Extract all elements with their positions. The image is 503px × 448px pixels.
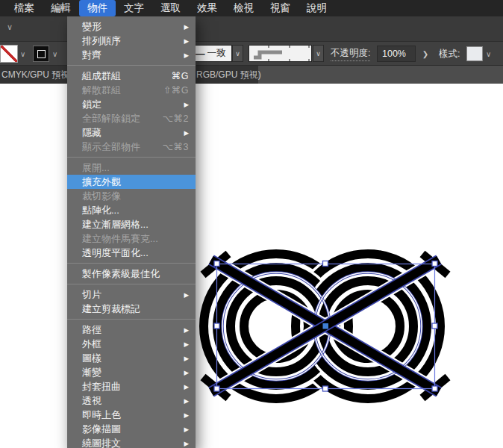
menu-item-label: 外框 bbox=[82, 337, 178, 351]
menu-item-label: 變形 bbox=[82, 20, 178, 34]
chevron-down-icon: ∨ bbox=[486, 50, 491, 58]
chevron-down-icon: ∨ bbox=[52, 50, 57, 58]
menu-item-label: 對齊 bbox=[82, 49, 178, 62]
brush-definition-select[interactable] bbox=[249, 45, 312, 62]
submenu-arrow-icon: ▶ bbox=[184, 340, 189, 348]
submenu-arrow-icon: ▶ bbox=[184, 369, 189, 376]
menu-item-label: 建立漸層網格... bbox=[82, 218, 189, 231]
menu-item-23[interactable]: 封套扭曲▶ bbox=[67, 379, 196, 393]
menu-item-12[interactable]: 點陣化... bbox=[67, 203, 196, 217]
menu-item-label: 建立物件馬賽克... bbox=[82, 232, 189, 246]
menu-item-label: 隱藏 bbox=[82, 126, 178, 140]
menu-item-shortcut: ⌘G bbox=[172, 70, 189, 81]
square-outline-icon bbox=[37, 50, 46, 58]
menu-separator bbox=[67, 319, 196, 320]
menu-item-22[interactable]: 漸變▶ bbox=[67, 365, 196, 379]
style-chevron[interactable]: ∨ bbox=[486, 42, 491, 66]
menubar-item-6[interactable]: 檢視 bbox=[225, 0, 262, 16]
chevron-down-icon: ∨ bbox=[235, 50, 240, 57]
menu-item-25[interactable]: 即時上色▶ bbox=[67, 408, 196, 422]
style-label: 樣式: bbox=[439, 48, 460, 60]
submenu-arrow-icon: ▶ bbox=[184, 440, 189, 447]
chevron-down-icon: ∨ bbox=[20, 50, 25, 58]
menubar-item-0[interactable]: 檔案 bbox=[6, 0, 43, 16]
menu-item-13[interactable]: 建立漸層網格... bbox=[67, 217, 196, 231]
opacity-input[interactable]: 100% bbox=[377, 46, 416, 62]
menubar-item-5[interactable]: 效果 bbox=[189, 0, 225, 16]
menu-item-shortcut: ⌥⌘2 bbox=[163, 113, 189, 124]
menu-item-0[interactable]: 變形▶ bbox=[67, 19, 196, 34]
menu-item-label: 透明度平面化... bbox=[82, 246, 189, 260]
menu-item-label: 漸變 bbox=[82, 366, 178, 379]
menu-item-label: 切片 bbox=[82, 288, 178, 302]
opacity-value: 100% bbox=[382, 49, 406, 59]
width-profile-select[interactable]: — 一致 bbox=[192, 45, 232, 62]
menu-item-label: 顯示全部物件 bbox=[82, 140, 163, 154]
menu-item-16[interactable]: 製作像素級最佳化 bbox=[67, 267, 196, 281]
menu-item-5[interactable]: 鎖定▶ bbox=[67, 97, 196, 111]
submenu-arrow-icon: ▶ bbox=[184, 426, 189, 433]
document-tab-left[interactable]: CMYK/GPU 預視) bbox=[1, 66, 72, 84]
submenu-arrow-icon: ▶ bbox=[184, 397, 189, 405]
opacity-control: 不透明度: bbox=[331, 42, 370, 66]
menubar-item-7[interactable]: 視窗 bbox=[262, 0, 299, 16]
menu-item-1[interactable]: 排列順序▶ bbox=[67, 34, 196, 48]
menu-item-9: 展開... bbox=[67, 161, 196, 175]
menu-item-shortcut: ⌥⌘3 bbox=[163, 141, 189, 152]
menu-item-10[interactable]: 擴充外觀 bbox=[67, 175, 196, 189]
submenu-arrow-icon: ▶ bbox=[184, 37, 189, 45]
menu-item-label: 透視 bbox=[82, 394, 178, 408]
menubar-item-4[interactable]: 選取 bbox=[152, 0, 189, 16]
opacity-stepper-button[interactable]: ❯ bbox=[420, 46, 431, 62]
style-swatch[interactable] bbox=[466, 46, 483, 61]
menubar-item-3[interactable]: 文字 bbox=[116, 0, 152, 16]
menu-item-label: 封套扭曲 bbox=[82, 380, 178, 393]
submenu-arrow-icon: ▶ bbox=[184, 129, 189, 137]
menu-item-label: 解散群組 bbox=[82, 84, 163, 97]
stroke-none-swatch[interactable] bbox=[0, 45, 18, 63]
menu-item-15[interactable]: 透明度平面化... bbox=[67, 246, 196, 260]
chevron-down-icon[interactable]: ∨ bbox=[7, 22, 13, 32]
opacity-label[interactable]: 不透明度: bbox=[331, 47, 370, 61]
menu-item-17[interactable]: 切片▶ bbox=[67, 287, 196, 302]
width-profile-chevron[interactable]: ∨ bbox=[232, 45, 243, 62]
menu-item-20[interactable]: 外框▶ bbox=[67, 337, 196, 351]
fill-black-swatch[interactable] bbox=[33, 46, 49, 62]
menu-item-21[interactable]: 圖樣▶ bbox=[67, 351, 196, 365]
menubar-item-2[interactable]: 物件 bbox=[79, 0, 116, 16]
submenu-arrow-icon: ▶ bbox=[184, 383, 189, 391]
menubar-item-8[interactable]: 說明 bbox=[299, 0, 335, 16]
menu-item-18[interactable]: 建立剪裁標記 bbox=[67, 302, 196, 316]
menubar: 檔案編輯物件文字選取效果檢視視窗說明 bbox=[0, 0, 503, 16]
submenu-arrow-icon: ▶ bbox=[184, 326, 189, 334]
menu-item-8: 顯示全部物件⌥⌘3 bbox=[67, 140, 196, 154]
submenu-arrow-icon: ▶ bbox=[184, 291, 189, 299]
menu-item-shortcut: ⇧⌘G bbox=[163, 84, 189, 96]
menu-item-label: 路徑 bbox=[82, 323, 178, 337]
menu-separator bbox=[67, 263, 196, 264]
tabbar-empty-area bbox=[258, 66, 503, 84]
menu-item-14: 建立物件馬賽克... bbox=[67, 231, 196, 246]
menu-item-24[interactable]: 透視▶ bbox=[67, 393, 196, 408]
menu-item-19[interactable]: 路徑▶ bbox=[67, 323, 196, 337]
document-tab-right[interactable]: RGB/GPU 預視) bbox=[196, 66, 261, 84]
menu-item-label: 組成群組 bbox=[82, 69, 172, 83]
fill-swatch-chevron[interactable]: ∨ bbox=[52, 42, 57, 66]
width-profile-value: 一致 bbox=[207, 47, 226, 60]
chevron-down-icon: ∨ bbox=[316, 50, 321, 57]
menu-item-4: 解散群組⇧⌘G bbox=[67, 83, 196, 97]
stroke-swatch-chevron[interactable]: ∨ bbox=[20, 42, 25, 66]
brush-chevron[interactable]: ∨ bbox=[313, 45, 324, 62]
menu-item-27[interactable]: 繞圖排文▶ bbox=[67, 436, 196, 448]
menu-item-3[interactable]: 組成群組⌘G bbox=[67, 69, 196, 83]
menu-item-label: 製作像素級最佳化 bbox=[82, 267, 189, 281]
menu-item-7[interactable]: 隱藏▶ bbox=[67, 125, 196, 140]
menu-item-label: 建立剪裁標記 bbox=[82, 302, 189, 316]
submenu-arrow-icon: ▶ bbox=[184, 52, 189, 59]
menu-item-2[interactable]: 對齊▶ bbox=[67, 48, 196, 62]
menu-item-26[interactable]: 影像描圖▶ bbox=[67, 422, 196, 436]
menu-separator bbox=[67, 157, 196, 158]
menubar-item-1[interactable]: 編輯 bbox=[43, 0, 79, 16]
submenu-arrow-icon: ▶ bbox=[184, 411, 189, 419]
chevron-right-icon: ❯ bbox=[422, 50, 428, 58]
